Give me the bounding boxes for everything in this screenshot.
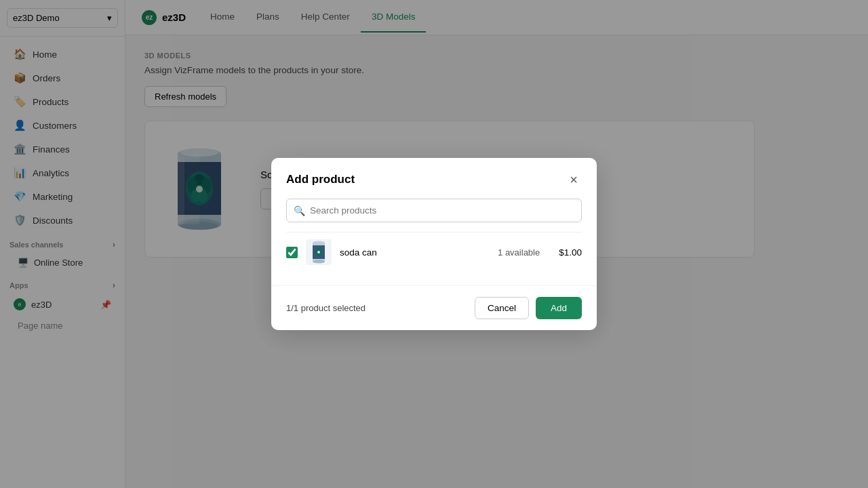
product-checkbox[interactable]	[286, 247, 298, 258]
product-name: soda can	[340, 247, 490, 258]
modal-body: 🔍 soda can 1 available $	[271, 199, 597, 285]
cancel-button[interactable]: Cancel	[475, 297, 529, 319]
modal-header: Add product ×	[271, 158, 597, 199]
selected-count: 1/1 product selected	[286, 303, 366, 313]
product-price: $1.00	[559, 247, 582, 258]
svg-point-20	[317, 251, 320, 253]
search-icon: 🔍	[294, 205, 305, 216]
search-wrapper: 🔍	[286, 199, 582, 222]
add-button[interactable]: Add	[536, 297, 582, 319]
product-row: soda can 1 available $1.00	[286, 232, 582, 272]
product-thumb-icon	[309, 239, 328, 265]
product-stock: 1 available	[498, 247, 540, 258]
modal-close-button[interactable]: ×	[566, 171, 582, 188]
footer-actions: Cancel Add	[475, 297, 582, 319]
modal-footer: 1/1 product selected Cancel Add	[271, 285, 597, 330]
add-product-modal: Add product × 🔍	[271, 158, 597, 330]
modal-overlay[interactable]: Add product × 🔍	[0, 0, 868, 488]
modal-title: Add product	[286, 173, 355, 186]
search-products-input[interactable]	[286, 199, 582, 222]
svg-point-17	[313, 260, 325, 264]
product-thumbnail	[306, 239, 332, 265]
